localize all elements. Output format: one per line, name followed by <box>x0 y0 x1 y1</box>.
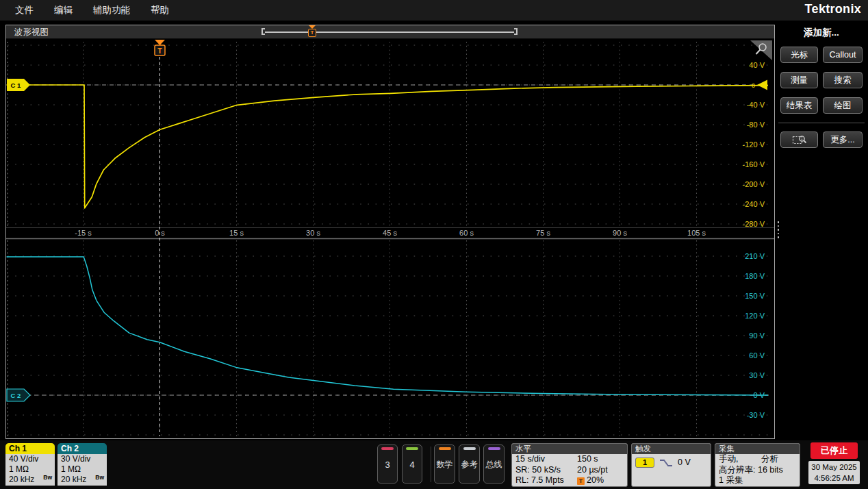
trigger-position-icon: T <box>577 477 585 485</box>
time-tick-label: 75 s <box>536 229 550 237</box>
c1-volt-tick-label: -80 V <box>747 121 765 129</box>
menu-file[interactable]: 文件 <box>15 4 34 16</box>
waveform-plot-area[interactable]: -15 s0 s15 s30 s45 s60 s75 s90 s105 s40 … <box>6 39 774 439</box>
channel-3-label: 3 <box>378 459 397 469</box>
horizontal-settings: 15 s/div 150 s SR: 50 kS/s 20 µs/pt RL: … <box>512 454 627 486</box>
menu-utility[interactable]: 辅助功能 <box>93 4 130 16</box>
slider-right-bracket-icon[interactable] <box>514 28 518 35</box>
c2-volt-tick-label: 60 V <box>749 351 765 360</box>
time-tick-label: 15 s <box>229 229 244 237</box>
add-new-panel: 添加新... 光标 Callout 测量 搜索 结果表 绘图 更多... <box>775 21 868 440</box>
channel-2-badge[interactable]: Ch 2 30 V/div 1 MΩ 20 kHz Bw <box>58 443 107 486</box>
channel-1-badge[interactable]: Ch 1 40 V/div 1 MΩ 20 kHz Bw <box>5 443 55 486</box>
c2-volt-tick-label: 210 V <box>745 252 765 260</box>
c2-badge-label: C 2 <box>11 392 21 399</box>
sample-rate: SR: 50 kS/s <box>515 465 577 476</box>
trigger-source-badge: 1 <box>635 457 654 468</box>
trigger-panel[interactable]: 触发 1 0 V <box>631 443 711 487</box>
callout-button[interactable]: Callout <box>823 47 863 63</box>
c2-channel-badge[interactable]: C 2 <box>7 389 30 401</box>
c2-volt-tick-label: 120 V <box>745 312 765 320</box>
time-tick-label: 30 s <box>306 229 320 237</box>
trigger-settings: 1 0 V <box>632 454 711 468</box>
c2-volt-tick-label: 30 V <box>749 371 765 379</box>
c1-channel-badge[interactable]: C 1 <box>7 79 30 91</box>
time-tick-label: 60 s <box>459 229 474 237</box>
trigger-title: 触发 <box>632 444 711 454</box>
waveform-view: 波形视图 T -15 s0 s15 s30 s45 s60 s75 s90 s1… <box>5 25 775 439</box>
trigger-marker-flag[interactable]: T <box>155 40 165 55</box>
c2-volt-tick-label: 180 V <box>745 272 765 280</box>
c1-volt-tick-label: -40 V <box>747 101 765 109</box>
menu-edit[interactable]: 编辑 <box>54 4 73 16</box>
more-button[interactable]: 更多... <box>823 131 863 148</box>
bottom-settings-bar: Ch 1 40 V/div 1 MΩ 20 kHz Bw Ch 2 30 V/d… <box>0 440 868 489</box>
channel-4-button[interactable]: 4 <box>402 444 422 484</box>
math-label: 数学 <box>435 458 455 470</box>
channel-2-settings: 30 V/div 1 MΩ 20 kHz Bw <box>58 454 107 486</box>
horizontal-pan-slider[interactable]: T <box>261 27 518 37</box>
zoom-select-icon <box>792 134 807 145</box>
channel-1-scale: 40 V/div <box>9 454 55 464</box>
c2-trace[interactable] <box>7 257 769 395</box>
bandwidth-limit-icon: Bw <box>43 473 52 483</box>
horizontal-panel[interactable]: 水平 15 s/div 150 s SR: 50 kS/s 20 µs/pt R… <box>511 443 628 487</box>
results-table-button[interactable]: 结果表 <box>780 97 818 114</box>
c1-volt-tick-label: 40 V <box>749 61 765 69</box>
zoom-corner-button[interactable] <box>750 40 772 60</box>
waveform-view-titlebar[interactable]: 波形视图 T <box>6 25 774 39</box>
ref-button[interactable]: 参考 <box>459 444 480 484</box>
horizontal-span: 150 s <box>577 454 624 465</box>
level-arrow-icon <box>757 80 767 90</box>
c1-level-arrow[interactable]: 0 <box>752 80 767 90</box>
bus-button[interactable]: 总线 <box>483 444 505 484</box>
acquisition-count: 1 采集 <box>719 475 797 486</box>
c2-volt-tick-label: -30 V <box>747 411 765 419</box>
trigger-position: T20% <box>577 475 624 486</box>
c1-volt-tick-label: -120 V <box>743 140 765 149</box>
cursor-button[interactable]: 光标 <box>780 47 818 63</box>
sidebar-extra-buttons: 更多... <box>775 131 868 148</box>
bus-color-stripe <box>488 447 500 450</box>
c1-volt-tick-label: -200 V <box>743 180 765 188</box>
slider-trigger-marker[interactable]: T <box>307 27 316 37</box>
measure-button[interactable]: 测量 <box>780 72 818 88</box>
tektronix-logo: Tektronix <box>805 2 861 16</box>
slider-track[interactable] <box>265 32 514 33</box>
c1-volt-tick-label: -240 V <box>743 200 765 208</box>
zoom-select-button[interactable] <box>780 131 818 148</box>
horizontal-scale: 15 s/div <box>515 454 577 465</box>
plot-button[interactable]: 绘图 <box>823 97 863 114</box>
channel-2-name: Ch 2 <box>58 443 107 454</box>
acquisition-mode: 手动, <box>719 454 761 465</box>
channel-4-label: 4 <box>403 459 422 469</box>
search-button[interactable]: 搜索 <box>823 72 863 88</box>
math-button[interactable]: 数学 <box>434 444 455 484</box>
time-tick-label: 0 s <box>155 229 165 237</box>
magnifier-handle-icon <box>756 50 761 55</box>
record-length: RL: 7.5 Mpts <box>515 475 577 486</box>
time-tick-label: -15 s <box>75 229 92 237</box>
waveform-view-title: 波形视图 <box>14 27 49 38</box>
c1-volt-tick-label: -280 V <box>743 220 765 228</box>
channel-2-scale: 30 V/div <box>61 454 107 464</box>
menu-help[interactable]: 帮助 <box>151 4 169 16</box>
bus-label: 总线 <box>484 458 504 470</box>
math-color-stripe <box>439 447 451 450</box>
channel-3-color-stripe <box>381 447 394 450</box>
time-tick-label: 105 s <box>687 229 706 237</box>
acquisition-analyze: 分析 <box>761 454 797 465</box>
trigger-triangle-icon <box>155 40 165 45</box>
time-tick-label: 90 s <box>613 229 627 237</box>
sidebar-divider <box>778 123 865 123</box>
c1-badge-label: C 1 <box>11 82 22 89</box>
time-tick-label: 45 s <box>383 229 397 237</box>
channel-3-button[interactable]: 3 <box>377 444 398 484</box>
run-stop-button[interactable]: 已停止 <box>810 442 858 459</box>
acquisition-panel[interactable]: 采集 手动, 分析 高分辨率: 16 bits 1 采集 <box>715 443 800 487</box>
add-new-buttons: 光标 Callout 测量 搜索 结果表 绘图 <box>775 47 868 114</box>
datetime-display: 30 May 2025 4:56:25 AM <box>808 461 860 484</box>
add-new-title: 添加新... <box>775 27 868 39</box>
c1-trace[interactable] <box>7 85 769 208</box>
trigger-t-icon: T <box>157 47 162 55</box>
